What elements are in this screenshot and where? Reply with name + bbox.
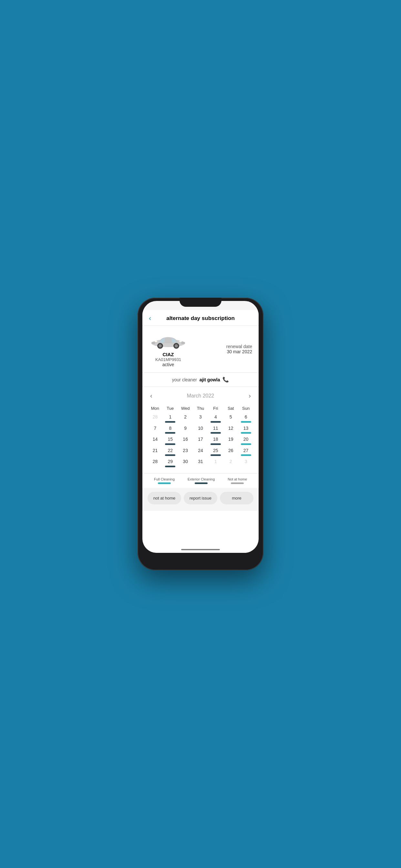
- calendar-week-row: 78910111213: [148, 425, 253, 435]
- calendar-day-cell[interactable]: 6: [238, 413, 253, 423]
- calendar-weeks: 2812345678910111213141516171819202122232…: [148, 413, 253, 468]
- calendar-day-cell[interactable]: 2: [223, 458, 238, 468]
- phone-icon[interactable]: 📞: [222, 377, 229, 382]
- calendar-day-bar: [226, 421, 236, 423]
- legend-item-label: Not at home: [227, 477, 247, 481]
- calendar-day-cell[interactable]: 31: [193, 458, 208, 468]
- calendar-month: March 2022: [187, 393, 214, 399]
- calendar-day-cell[interactable]: 13: [238, 425, 253, 435]
- calendar-day-cell[interactable]: 3: [193, 413, 208, 423]
- calendar-day-bar: [180, 454, 190, 456]
- calendar-date-number: 21: [153, 447, 158, 454]
- svg-rect-7: [179, 341, 182, 342]
- back-button[interactable]: ‹: [149, 314, 151, 322]
- calendar-day-cell[interactable]: 4: [208, 413, 223, 423]
- calendar-date-number: 6: [245, 414, 247, 421]
- calendar-day-bar: [211, 454, 221, 456]
- calendar-day-bar: [165, 432, 175, 434]
- calendar-day-bar: [211, 466, 221, 467]
- calendar-date-number: 1: [214, 459, 217, 465]
- calendar-date-number: 3: [245, 459, 247, 465]
- legend-item: Full Cleaning: [154, 477, 175, 484]
- calendar-day-cell[interactable]: 8: [163, 425, 178, 435]
- svg-rect-8: [155, 341, 157, 342]
- calendar-day-cell[interactable]: 19: [223, 436, 238, 445]
- calendar-day-bar: [226, 454, 236, 456]
- calendar-weekday-label: Mon: [148, 405, 163, 412]
- calendar-day-bar: [241, 443, 251, 445]
- calendar-day-cell[interactable]: 7: [148, 425, 163, 435]
- calendar-day-bar: [195, 421, 206, 423]
- calendar-day-cell[interactable]: 24: [193, 447, 208, 457]
- not-at-home-button[interactable]: not at home: [148, 492, 181, 504]
- calendar-date-number: 16: [183, 436, 188, 443]
- calendar-day-cell[interactable]: 2: [178, 413, 193, 423]
- cleaner-section: your cleaner ajit gowla 📞: [143, 373, 258, 387]
- header: ‹ alternate day subscription: [143, 310, 258, 326]
- calendar-day-cell[interactable]: 3: [238, 458, 253, 468]
- legend-item-label: Exterior Cleaning: [188, 477, 215, 481]
- calendar-day-cell[interactable]: 28: [148, 413, 163, 423]
- calendar-prev-button[interactable]: ‹: [148, 391, 155, 401]
- calendar-day-bar: [165, 443, 175, 445]
- calendar-date-number: 7: [154, 425, 157, 432]
- calendar-day-cell[interactable]: 29: [163, 458, 178, 468]
- calendar-day-cell[interactable]: 21: [148, 447, 163, 457]
- calendar-day-cell[interactable]: 14: [148, 436, 163, 445]
- calendar-day-cell[interactable]: 28: [148, 458, 163, 468]
- calendar-day-bar: [180, 466, 190, 467]
- renewal-label: renewal date: [226, 344, 252, 349]
- calendar-day-bar: [180, 421, 190, 423]
- calendar-weekday-label: Tue: [163, 405, 178, 412]
- calendar-day-bar: [150, 432, 160, 434]
- calendar-date-number: 5: [229, 414, 232, 421]
- calendar-day-cell[interactable]: 1: [208, 458, 223, 468]
- calendar-day-bar: [180, 443, 190, 445]
- calendar-day-cell[interactable]: 26: [223, 447, 238, 457]
- calendar-date-number: 20: [243, 436, 249, 443]
- calendar-day-cell[interactable]: 10: [193, 425, 208, 435]
- calendar-weekday-label: Wed: [178, 405, 193, 412]
- calendar-date-number: 25: [213, 447, 218, 454]
- calendar-day-cell[interactable]: 23: [178, 447, 193, 457]
- calendar-date-number: 28: [153, 459, 158, 465]
- calendar-day-bar: [195, 466, 206, 467]
- calendar-day-cell[interactable]: 27: [238, 447, 253, 457]
- calendar-date-number: 17: [198, 436, 203, 443]
- calendar-date-number: 12: [228, 425, 234, 432]
- calendar-day-bar: [241, 432, 251, 434]
- calendar-grid: MonTueWedThuFriSatSun 281234567891011121…: [148, 405, 253, 468]
- calendar-day-bar: [165, 454, 175, 456]
- calendar-date-number: 2: [184, 414, 187, 421]
- calendar-day-cell[interactable]: 20: [238, 436, 253, 445]
- calendar-day-cell[interactable]: 9: [178, 425, 193, 435]
- action-section: not at homereport issuemore: [143, 488, 258, 511]
- calendar-day-cell[interactable]: 11: [208, 425, 223, 435]
- calendar-date-number: 26: [228, 447, 234, 454]
- calendar-day-cell[interactable]: 22: [163, 447, 178, 457]
- calendar-day-bar: [195, 443, 206, 445]
- calendar-day-bar: [150, 421, 160, 423]
- calendar-day-bar: [211, 432, 221, 434]
- calendar-day-bar: [195, 454, 206, 456]
- calendar-day-cell[interactable]: 12: [223, 425, 238, 435]
- calendar-day-cell[interactable]: 1: [163, 413, 178, 423]
- more-button[interactable]: more: [220, 492, 253, 504]
- calendar-date-number: 24: [198, 447, 203, 454]
- calendar-day-cell[interactable]: 17: [193, 436, 208, 445]
- calendar-next-button[interactable]: ›: [246, 391, 253, 401]
- calendar-day-cell[interactable]: 30: [178, 458, 193, 468]
- report-issue-button[interactable]: report issue: [184, 492, 217, 504]
- calendar-day-cell[interactable]: 18: [208, 436, 223, 445]
- calendar-day-cell[interactable]: 25: [208, 447, 223, 457]
- calendar-day-cell[interactable]: 5: [223, 413, 238, 423]
- calendar-date-number: 9: [184, 425, 187, 432]
- calendar-day-cell[interactable]: 16: [178, 436, 193, 445]
- renewal-date: 30 mar 2022: [226, 349, 252, 354]
- notch: [180, 298, 221, 307]
- calendar-nav: ‹ March 2022 ›: [148, 391, 253, 401]
- svg-rect-6: [181, 342, 185, 344]
- calendar-day-cell[interactable]: 15: [163, 436, 178, 445]
- calendar-week-row: 21222324252627: [148, 447, 253, 457]
- calendar-week-row: 14151617181920: [148, 436, 253, 445]
